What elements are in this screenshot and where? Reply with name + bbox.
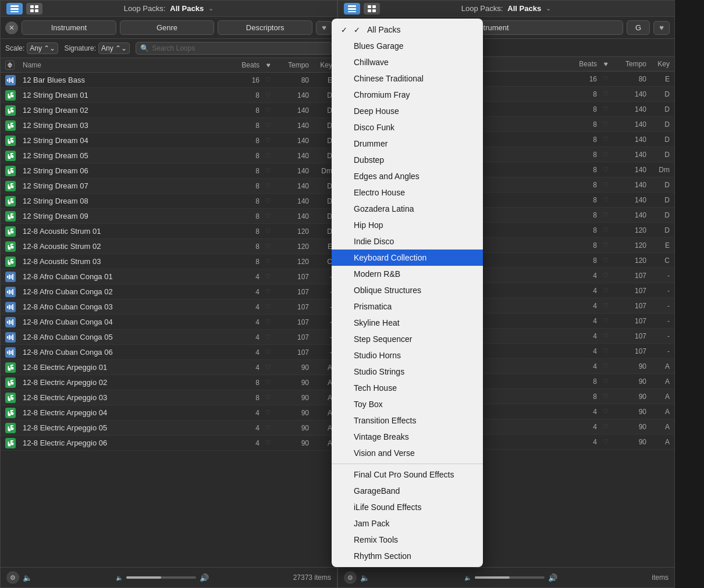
left-col-tempo-header[interactable]: Tempo bbox=[277, 61, 309, 69]
dropdown-item-rhythm-section[interactable]: Rhythm Section bbox=[332, 548, 483, 564]
row-heart[interactable]: ♡ bbox=[259, 288, 277, 295]
row-heart[interactable]: ♡ bbox=[597, 393, 614, 400]
row-heart[interactable]: ♡ bbox=[259, 273, 277, 280]
row-heart[interactable]: ♡ bbox=[597, 136, 614, 143]
row-heart[interactable]: ♡ bbox=[259, 137, 277, 144]
dropdown-item-prismatica[interactable]: Prismatica bbox=[332, 298, 483, 315]
table-row[interactable]: 12-8 Afro Cuban Conga 02 4 ♡ 107 - bbox=[1, 284, 337, 300]
table-row[interactable]: 12 String Dream 04 8 ♡ 140 D bbox=[1, 133, 337, 148]
table-row[interactable]: 12-8 Electric Arpeggio 05 4 ♡ 90 A bbox=[1, 420, 337, 436]
dropdown-item-remix-tools[interactable]: Remix Tools bbox=[332, 532, 483, 548]
row-heart[interactable]: ♡ bbox=[259, 212, 277, 220]
table-row[interactable]: 12-8 Afro Cuban Conga 03 4 ♡ 107 - bbox=[1, 300, 337, 315]
row-heart[interactable]: ♡ bbox=[597, 408, 614, 415]
left-volume-slider[interactable] bbox=[126, 576, 196, 579]
dropdown-item-edges-and-angles[interactable]: Edges and Angles bbox=[332, 168, 483, 184]
row-heart[interactable]: ♡ bbox=[597, 256, 614, 264]
left-dropdown-arrow[interactable]: ⌄ bbox=[208, 5, 214, 12]
row-heart[interactable]: ♡ bbox=[597, 90, 614, 98]
dropdown-item-dubstep[interactable]: Dubstep bbox=[332, 152, 483, 168]
row-heart[interactable]: ♡ bbox=[597, 347, 614, 355]
row-heart[interactable]: ♡ bbox=[259, 348, 277, 356]
row-heart[interactable]: ♡ bbox=[597, 166, 614, 173]
right-col-tempo-header[interactable]: Tempo bbox=[614, 60, 646, 68]
dropdown-item-final-cut-pro-sound-effects[interactable]: Final Cut Pro Sound Effects bbox=[332, 466, 483, 483]
row-heart[interactable]: ♡ bbox=[259, 106, 277, 114]
table-row[interactable]: 12-8 Acoustic Strum 02 8 ♡ 120 E bbox=[1, 239, 337, 254]
dropdown-item-toy-box[interactable]: Toy Box bbox=[332, 396, 483, 412]
dropdown-item-chillwave[interactable]: Chillwave bbox=[332, 54, 483, 70]
right-col-beats-header[interactable]: Beats bbox=[568, 60, 597, 68]
dropdown-item-tech-house[interactable]: Tech House bbox=[332, 380, 483, 396]
table-row[interactable]: 12 String Dream 05 8 ♡ 140 D bbox=[1, 148, 337, 163]
left-view-icon-1[interactable] bbox=[6, 3, 23, 15]
dropdown-item-chinese-traditional[interactable]: Chinese Traditional bbox=[332, 70, 483, 87]
row-heart[interactable]: ♡ bbox=[597, 120, 614, 128]
row-heart[interactable]: ♡ bbox=[597, 317, 614, 325]
dropdown-item-oblique-structures[interactable]: Oblique Structures bbox=[332, 282, 483, 298]
row-heart[interactable]: ♡ bbox=[597, 362, 614, 370]
row-heart[interactable]: ♡ bbox=[597, 302, 614, 309]
dropdown-item-studio-horns[interactable]: Studio Horns bbox=[332, 347, 483, 364]
table-row[interactable]: 12 String Dream 02 8 ♡ 140 D bbox=[1, 103, 337, 118]
left-col-name-header[interactable]: Name bbox=[23, 61, 230, 69]
row-heart[interactable]: ♡ bbox=[597, 423, 614, 430]
row-heart[interactable]: ♡ bbox=[259, 303, 277, 311]
table-row[interactable]: 12-8 Acoustic Strum 01 8 ♡ 120 D bbox=[1, 224, 337, 239]
dropdown-item-hip-hop[interactable]: Hip Hop bbox=[332, 217, 483, 233]
row-heart[interactable]: ♡ bbox=[597, 241, 614, 249]
table-row[interactable]: 12-8 Afro Cuban Conga 04 4 ♡ 107 - bbox=[1, 315, 337, 330]
row-heart[interactable]: ♡ bbox=[259, 152, 277, 159]
row-heart[interactable]: ♡ bbox=[597, 151, 614, 158]
dropdown-item-modern-r&b[interactable]: Modern R&B bbox=[332, 266, 483, 282]
dropdown-item-blues-garage[interactable]: Blues Garage bbox=[332, 38, 483, 54]
right-col-key-header[interactable]: Key bbox=[646, 60, 670, 68]
dropdown-item-disco-funk[interactable]: Disco Funk bbox=[332, 119, 483, 136]
row-heart[interactable]: ♡ bbox=[597, 272, 614, 279]
row-heart[interactable]: ♡ bbox=[597, 75, 614, 83]
right-favorites-btn[interactable]: ♥ bbox=[653, 21, 670, 35]
left-loop-packs-value[interactable]: All Packs bbox=[170, 4, 204, 13]
row-heart[interactable]: ♡ bbox=[259, 243, 277, 250]
row-heart[interactable]: ♡ bbox=[259, 394, 277, 401]
dropdown-item-step-sequencer[interactable]: Step Sequencer bbox=[332, 331, 483, 347]
row-heart[interactable]: ♡ bbox=[259, 379, 277, 386]
row-heart[interactable]: ♡ bbox=[259, 364, 277, 371]
row-heart[interactable]: ♡ bbox=[259, 91, 277, 99]
dropdown-item-ilife-sound-effects[interactable]: iLife Sound Effects bbox=[332, 499, 483, 515]
left-settings-btn[interactable]: ⚙ bbox=[6, 571, 19, 584]
left-col-beats-header[interactable]: Beats bbox=[230, 61, 259, 69]
right-view-icon-2[interactable] bbox=[364, 3, 380, 15]
row-heart[interactable]: ♡ bbox=[597, 287, 614, 294]
dropdown-item-gozadera-latina[interactable]: Gozadera Latina bbox=[332, 201, 483, 217]
dropdown-item-drummer[interactable]: Drummer bbox=[332, 136, 483, 152]
dropdown-item-indie-disco[interactable]: Indie Disco bbox=[332, 233, 483, 250]
table-row[interactable]: 12-8 Electric Arpeggio 03 8 ♡ 90 A bbox=[1, 390, 337, 405]
row-heart[interactable]: ♡ bbox=[597, 226, 614, 234]
right-volume-slider[interactable] bbox=[475, 576, 545, 579]
table-row[interactable]: 12-8 Electric Arpeggio 01 4 ♡ 90 A bbox=[1, 360, 337, 375]
dropdown-item-deep-house[interactable]: Deep House bbox=[332, 103, 483, 119]
table-row[interactable]: 12-8 Electric Arpeggio 04 4 ♡ 90 A bbox=[1, 405, 337, 420]
table-row[interactable]: 12 String Dream 08 8 ♡ 140 D bbox=[1, 194, 337, 209]
table-row[interactable]: 12-8 Afro Cuban Conga 01 4 ♡ 107 - bbox=[1, 269, 337, 284]
left-sig-select[interactable]: Any ⌃⌄ bbox=[98, 42, 130, 54]
row-heart[interactable]: ♡ bbox=[597, 211, 614, 219]
table-row[interactable]: 12 String Dream 03 8 ♡ 140 D bbox=[1, 118, 337, 133]
left-scale-select[interactable]: Any ⌃⌄ bbox=[27, 42, 58, 54]
right-view-icon-1[interactable] bbox=[344, 3, 360, 15]
dropdown-item-electro-house[interactable]: Electro House bbox=[332, 184, 483, 201]
table-row[interactable]: 12-8 Afro Cuban Conga 05 4 ♡ 107 - bbox=[1, 330, 337, 345]
table-row[interactable]: 12 String Dream 07 8 ♡ 140 D bbox=[1, 179, 337, 194]
dropdown-item-garageband[interactable]: GarageBand bbox=[332, 483, 483, 499]
table-row[interactable]: 12-8 Acoustic Strum 03 8 ♡ 120 C bbox=[1, 254, 337, 269]
row-heart[interactable]: ♡ bbox=[259, 333, 277, 341]
dropdown-item-chromium-fray[interactable]: Chromium Fray bbox=[332, 87, 483, 103]
dropdown-item-skyline-heat[interactable]: Skyline Heat bbox=[332, 315, 483, 331]
row-heart[interactable]: ♡ bbox=[597, 105, 614, 113]
row-heart[interactable]: ♡ bbox=[259, 197, 277, 205]
row-heart[interactable]: ♡ bbox=[597, 438, 614, 446]
table-row[interactable]: 12 String Dream 09 8 ♡ 140 D bbox=[1, 209, 337, 224]
right-genre-btn[interactable]: G bbox=[627, 20, 650, 35]
table-row[interactable]: 12-8 Electric Arpeggio 06 4 ♡ 90 A bbox=[1, 436, 337, 451]
